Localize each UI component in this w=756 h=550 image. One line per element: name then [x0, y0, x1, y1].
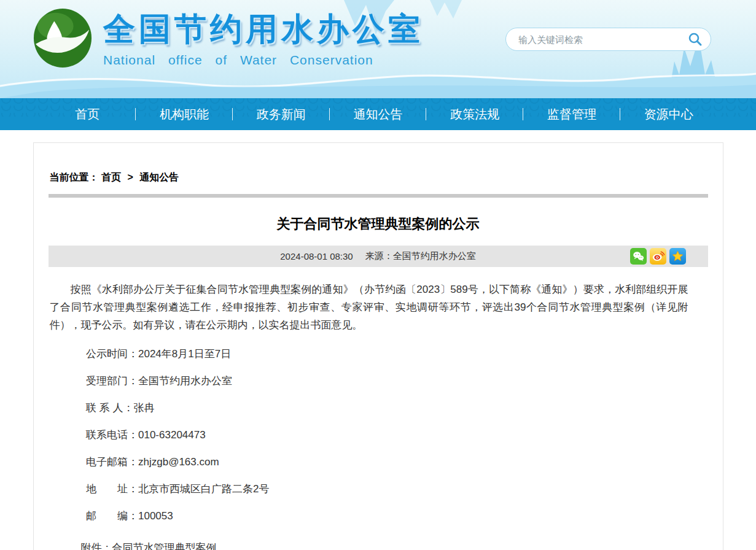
breadcrumb-label: 当前位置：	[50, 172, 99, 182]
info-line-contact-person: 联 系 人：张冉	[50, 401, 688, 415]
breadcrumb: 当前位置： 首页 > 通知公告	[50, 171, 707, 184]
nav-item-functions[interactable]: 机构职能	[136, 98, 233, 130]
weibo-share-button[interactable]	[650, 248, 666, 265]
source-label: 来源：	[365, 250, 393, 262]
article-meta-bar: 2024-08-01 08:30 来源： 全国节约用水办公室	[49, 246, 708, 267]
article-body: 按照《水利部办公厅关于征集合同节水管理典型案例的通知》（办节约函〔2023〕58…	[50, 281, 707, 550]
main-navigation: 首页 机构职能 政务新闻 通知公告 政策法规 监督管理 资源中心	[0, 98, 756, 130]
breadcrumb-separator: >	[127, 172, 133, 182]
source-name: 全国节约用水办公室	[393, 250, 476, 262]
article-title: 关于合同节水管理典型案例的公示	[49, 215, 708, 233]
info-line-accepting-department: 受理部门：全国节约用水办公室	[50, 374, 688, 388]
site-header: 全国节约用水办公室 National office of Water Conse…	[0, 0, 756, 98]
article-paragraph: 按照《水利部办公厅关于征集合同节水管理典型案例的通知》（办节约函〔2023〕58…	[50, 281, 688, 334]
breadcrumb-current-link[interactable]: 通知公告	[139, 172, 179, 182]
search-button[interactable]	[687, 31, 703, 47]
search-input[interactable]	[517, 34, 687, 45]
info-line-publicity-period: 公示时间：2024年8月1日至7日	[50, 347, 688, 361]
breadcrumb-divider	[49, 194, 708, 198]
page-main: 当前位置： 首页 > 通知公告 关于合同节水管理典型案例的公示 2024-08-…	[0, 142, 756, 550]
share-buttons	[630, 248, 686, 265]
nav-item-home[interactable]: 首页	[39, 98, 136, 130]
publish-time: 2024-08-01 08:30	[280, 251, 353, 261]
content-panel: 当前位置： 首页 > 通知公告 关于合同节水管理典型案例的公示 2024-08-…	[33, 142, 723, 550]
wechat-share-button[interactable]	[630, 248, 647, 265]
nav-item-resources[interactable]: 资源中心	[620, 98, 717, 130]
nav-item-notices[interactable]: 通知公告	[330, 98, 427, 130]
search-icon	[687, 31, 703, 47]
wechat-icon	[631, 249, 645, 263]
nav-item-supervision[interactable]: 监督管理	[523, 98, 620, 130]
site-logo-water-drop-icon	[33, 7, 93, 69]
nav-item-policies[interactable]: 政策法规	[426, 98, 523, 130]
info-line-address: 地 址：北京市西城区白广路二条2号	[50, 482, 688, 496]
nav-inner: 首页 机构职能 政务新闻 通知公告 政策法规 监督管理 资源中心	[39, 98, 717, 130]
site-title-block: 全国节约用水办公室 National office of Water Conse…	[103, 10, 424, 68]
attachment-link[interactable]: 附件：合同节水管理典型案例	[50, 541, 688, 550]
qzone-star-icon	[671, 249, 685, 263]
info-line-phone: 联系电话：010-63204473	[50, 428, 688, 442]
site-title-english: National office of Water Conservation	[103, 53, 424, 68]
breadcrumb-home-link[interactable]: 首页	[101, 172, 121, 182]
nav-item-news[interactable]: 政务新闻	[233, 98, 330, 130]
site-title-chinese: 全国节约用水办公室	[103, 10, 424, 48]
search-box[interactable]	[505, 28, 711, 51]
info-line-postcode: 邮 编：100053	[50, 509, 688, 523]
weibo-icon	[651, 249, 665, 263]
info-line-email: 电子邮箱：zhjzgb@163.com	[50, 455, 688, 469]
qzone-share-button[interactable]	[669, 248, 686, 265]
